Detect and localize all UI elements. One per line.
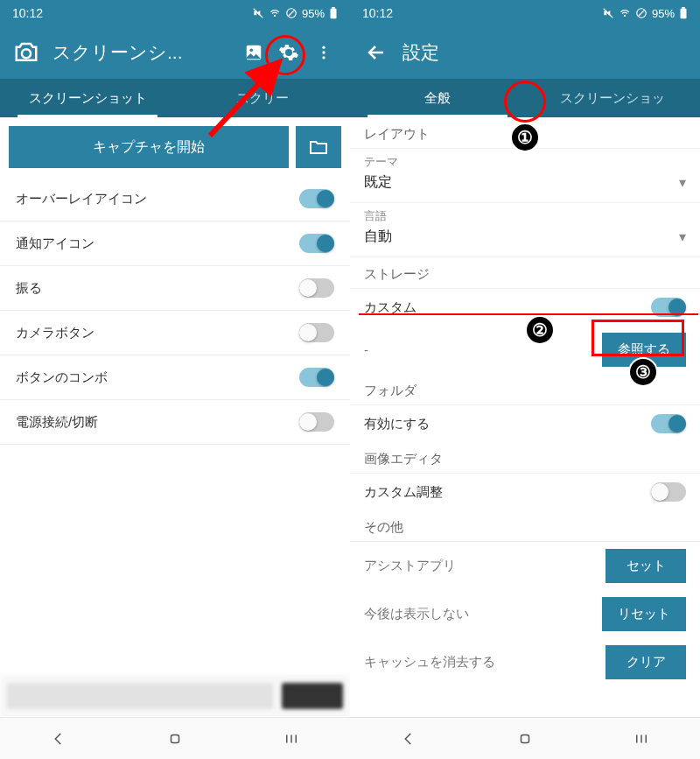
ad-banner[interactable] (0, 675, 350, 717)
status-icons: 95% (252, 7, 338, 20)
status-icons-r: 95% (602, 7, 688, 20)
system-nav-r (350, 717, 700, 759)
battery-icon (679, 7, 688, 19)
toggle-shake[interactable] (299, 278, 334, 298)
svg-rect-25 (521, 734, 528, 742)
chevron-down-icon: ▾ (679, 174, 686, 191)
svg-point-19 (624, 15, 625, 16)
nav-home[interactable] (149, 731, 201, 747)
left-content: キャプチャを開始 オーバーレイアイコン 通知アイコン 振る カメラボタン (0, 117, 350, 675)
nav-back-r[interactable] (382, 731, 435, 747)
svg-rect-13 (286, 734, 288, 742)
svg-rect-15 (296, 734, 298, 742)
setting-camera-button[interactable]: カメラボタン (0, 311, 350, 355)
no-sim-icon (635, 7, 648, 19)
svg-rect-26 (636, 734, 638, 742)
svg-rect-27 (641, 734, 643, 742)
mute-icon (602, 7, 614, 19)
svg-rect-28 (646, 734, 648, 742)
folder-button[interactable] (296, 126, 341, 168)
toggle-storage-custom[interactable] (651, 298, 686, 317)
svg-point-9 (322, 46, 325, 49)
clock-r: 10:12 (362, 6, 393, 20)
browse-button[interactable]: 参照する (602, 333, 686, 367)
setting-shake[interactable]: 振る (0, 266, 350, 311)
setting-power-connect[interactable]: 電源接続/切断 (0, 400, 350, 445)
assist-row: アシストアプリ セット (350, 542, 700, 590)
toggle-folder-enable[interactable] (651, 414, 686, 433)
section-editor: 画像エディタ (350, 442, 700, 474)
battery-text-r: 95% (652, 7, 675, 20)
tab-screen-rec[interactable]: スクリー (175, 79, 350, 117)
battery-text: 95% (302, 7, 325, 20)
toggle-button-combo[interactable] (299, 368, 334, 387)
svg-rect-5 (332, 7, 335, 9)
tab-screenshot[interactable]: スクリーンショット (0, 79, 175, 117)
toggle-editor-custom[interactable] (651, 482, 686, 502)
toggle-power[interactable] (299, 412, 334, 432)
theme-label: テーマ (350, 149, 700, 170)
clear-button[interactable]: クリア (606, 645, 686, 679)
cache-row: キャッシュを消去する クリア (350, 638, 700, 686)
setting-button-combo[interactable]: ボタンのコンボ (0, 355, 350, 400)
section-storage: ストレージ (350, 257, 700, 289)
svg-point-10 (322, 51, 325, 53)
back-icon[interactable] (359, 35, 394, 70)
lang-label: 言語 (350, 203, 700, 224)
svg-line-21 (638, 11, 644, 17)
svg-rect-22 (681, 9, 687, 18)
section-layout: レイアウト (350, 117, 700, 149)
setting-notification-icon[interactable]: 通知アイコン (0, 221, 350, 266)
nav-home-r[interactable] (499, 731, 551, 747)
nav-recents-r[interactable] (615, 731, 668, 747)
section-other: その他 (350, 510, 700, 542)
mute-icon (252, 7, 264, 19)
svg-point-11 (322, 56, 325, 59)
lang-row[interactable]: 自動 ▾ (350, 224, 700, 257)
section-folder: フォルダ (350, 374, 700, 405)
toggle-overlay[interactable] (299, 189, 334, 208)
tab-bar: スクリーンショット スクリー (0, 79, 350, 117)
no-sim-icon (285, 7, 298, 19)
battery-icon (329, 7, 338, 19)
set-button[interactable]: セット (606, 549, 686, 583)
right-phone: 10:12 95% 設定 全般 スクリーンショッ レイアウト テーマ 既定 (350, 0, 700, 759)
gear-icon[interactable] (271, 35, 306, 70)
app-bar: スクリーンシ... (0, 26, 350, 79)
reset-button[interactable]: リセット (602, 597, 686, 631)
right-content: レイアウト テーマ 既定 ▾ 言語 自動 ▾ ストレージ カスタム - 参照する… (350, 117, 700, 717)
toggle-camera-button[interactable] (299, 323, 334, 342)
svg-point-1 (274, 15, 275, 16)
camera-icon (9, 35, 44, 70)
editor-custom-row[interactable]: カスタム調整 (350, 474, 700, 510)
tab-bar-r: 全般 スクリーンショッ (350, 79, 700, 117)
settings-title: 設定 (402, 40, 691, 65)
app-title: スクリーンシ... (52, 40, 236, 65)
setting-overlay-icon[interactable]: オーバーレイアイコン (0, 177, 350, 221)
svg-rect-4 (331, 9, 337, 18)
storage-custom-row[interactable]: カスタム (350, 289, 700, 326)
nav-back[interactable] (32, 731, 85, 747)
svg-point-8 (249, 48, 253, 52)
status-bar-r: 10:12 95% (350, 0, 700, 26)
app-bar-r: 設定 (350, 26, 700, 79)
noshow-row: 今後は表示しない リセット (350, 590, 700, 638)
chevron-down-icon: ▾ (679, 228, 686, 245)
tab-screenshot-r[interactable]: スクリーンショッ (525, 79, 700, 117)
toggle-notification[interactable] (299, 234, 334, 253)
overflow-icon[interactable] (306, 35, 341, 70)
wifi-icon (269, 7, 281, 19)
nav-recents[interactable] (265, 731, 318, 747)
status-bar: 10:12 95% (0, 0, 350, 26)
storage-path-row: - 参照する (350, 326, 700, 374)
capture-button[interactable]: キャプチャを開始 (9, 126, 289, 168)
folder-enable-row[interactable]: 有効にする (350, 405, 700, 442)
gallery-icon[interactable] (236, 35, 271, 70)
theme-row[interactable]: 既定 ▾ (350, 170, 700, 203)
system-nav (0, 717, 350, 759)
svg-point-6 (22, 49, 31, 58)
clock: 10:12 (12, 6, 43, 20)
tab-general[interactable]: 全般 (350, 79, 525, 117)
wifi-icon (619, 7, 631, 19)
svg-rect-23 (682, 7, 685, 9)
